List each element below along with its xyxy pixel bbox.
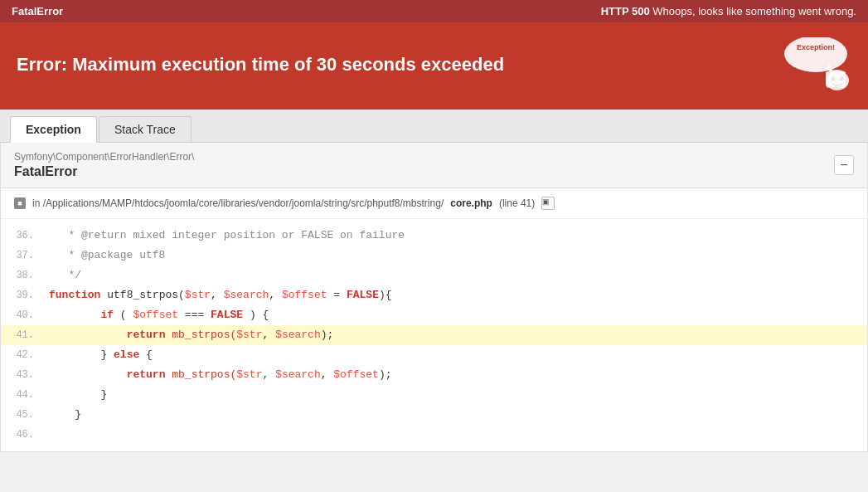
code-line-46: 46. (1, 425, 867, 445)
code-line-41: 41. return mb_strpos($str, $search); (1, 325, 867, 345)
svg-text:Exception!: Exception! (797, 43, 835, 51)
error-class-info: Symfony\Component\ErrorHandler\Error\ Fa… (14, 151, 194, 179)
line-content: * @package utf8 (42, 246, 172, 265)
line-number: 39. (1, 285, 42, 305)
code-line-40: 40. if ( $offset === FALSE ) { (1, 305, 867, 325)
line-number: 46. (1, 425, 42, 445)
file-icon: ■ (14, 197, 26, 209)
fatal-error-label: FatalError (12, 5, 63, 17)
http-message: Whoops, looks like something went wrong. (652, 5, 856, 17)
line-content: */ (42, 265, 88, 285)
top-bar: FatalError HTTP 500 Whoops, looks like s… (0, 0, 868, 22)
collapse-button[interactable]: − (834, 155, 854, 175)
line-number: 41. (1, 325, 42, 345)
code-line-44: 44. } (1, 385, 867, 405)
line-info: (line 41) (499, 197, 535, 209)
line-number: 38. (1, 265, 42, 285)
line-number: 36. (1, 226, 42, 246)
line-content: function utf8_strpos($str, $search, $off… (42, 285, 399, 305)
copy-button[interactable]: ▣ (541, 197, 555, 210)
error-header: Error: Maximum execution time of 30 seco… (0, 22, 868, 110)
code-line-37: 37. * @package utf8 (1, 246, 867, 265)
error-block-header: Symfony\Component\ErrorHandler\Error\ Fa… (1, 143, 867, 188)
code-line-42: 42. } else { (1, 345, 867, 365)
line-content: } (42, 385, 114, 405)
error-class-name: FatalError (14, 164, 194, 179)
code-line-43: 43. return mb_strpos($str, $search, $off… (1, 365, 867, 385)
file-path-row: ■ in /Applications/MAMP/htdocs/joomla/co… (1, 188, 867, 219)
exception-ghost: Exception! (781, 37, 851, 91)
main-content: Symfony\Component\ErrorHandler\Error\ Fa… (0, 143, 868, 452)
line-number: 37. (1, 246, 42, 265)
line-content: * @return mixed integer position or FALS… (42, 226, 411, 246)
filename: core.php (450, 197, 492, 209)
code-block: 36. * @return mixed integer position or … (1, 219, 867, 451)
tab-exception[interactable]: Exception (10, 116, 97, 143)
code-line-38: 38. */ (1, 265, 867, 285)
line-number: 43. (1, 365, 42, 385)
line-number: 42. (1, 345, 42, 365)
error-title: Error: Maximum execution time of 30 seco… (17, 54, 504, 76)
code-line-39: 39. function utf8_strpos($str, $search, … (1, 285, 867, 305)
code-line-45: 45. } (1, 405, 867, 425)
tab-bar: Exception Stack Trace (0, 110, 868, 143)
error-namespace: Symfony\Component\ErrorHandler\Error\ (14, 151, 194, 163)
tab-stack-trace[interactable]: Stack Trace (99, 116, 192, 142)
line-number: 45. (1, 405, 42, 425)
line-content: return mb_strpos($str, $search, $offset)… (42, 365, 399, 385)
line-content: return mb_strpos($str, $search); (42, 325, 340, 345)
http-status: HTTP 500 Whoops, looks like something we… (601, 5, 856, 17)
line-number: 40. (1, 305, 42, 325)
line-content: if ( $offset === FALSE ) { (42, 305, 275, 325)
line-content: } (42, 405, 88, 425)
line-content (42, 425, 62, 445)
line-number: 44. (1, 385, 42, 405)
file-path: in /Applications/MAMP/htdocs/joomla/core… (32, 197, 444, 209)
line-content: } else { (42, 345, 159, 365)
code-line-36: 36. * @return mixed integer position or … (1, 226, 867, 246)
http-code: HTTP 500 (601, 5, 650, 17)
